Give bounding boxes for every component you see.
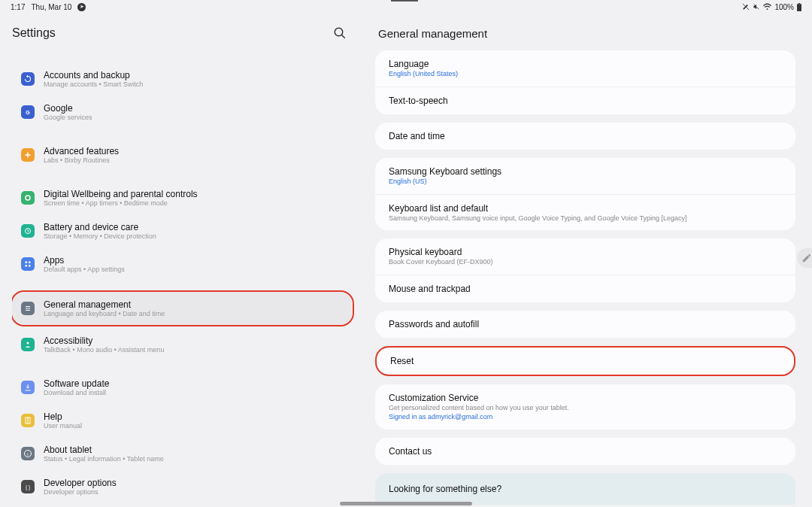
sidebar-item-label: Apps (44, 255, 125, 266)
detail-row-sub: English (US) (389, 178, 782, 186)
svg-text:{ }: { } (26, 484, 31, 490)
camera-notch-indicator (391, 0, 418, 2)
detail-row-title: Mouse and trackpad (389, 284, 782, 294)
battery-icon (797, 3, 801, 11)
sidebar-item-digital-wellbeing-and-parental-controls[interactable]: Digital Wellbeing and parental controlsS… (12, 181, 353, 214)
detail-row-title: Samsung Keyboard settings (389, 166, 782, 177)
detail-row-title: Customization Service (389, 393, 782, 403)
status-bar: 1:17 Thu, Mar 10 ➤ 100% (0, 0, 812, 14)
info-icon: i (21, 447, 35, 460)
svg-rect-3 (797, 4, 801, 11)
looking-for-heading: Looking for something else? (389, 484, 782, 494)
detail-row-sub: Samsung Keyboard, Samsung voice input, G… (389, 214, 782, 223)
svg-text:G: G (26, 110, 30, 115)
detail-row-keyboard-list-and-default[interactable]: Keyboard list and defaultSamsung Keyboar… (375, 195, 795, 231)
book-icon (21, 414, 35, 427)
svg-rect-12 (29, 265, 31, 267)
sidebar-item-sub: TalkBack • Mono audio • Assistant menu (44, 346, 164, 354)
wifi-icon (763, 3, 771, 11)
sidebar-item-accounts-and-backup[interactable]: Accounts and backupManage accounts • Sma… (12, 62, 353, 96)
svg-rect-10 (29, 262, 31, 264)
sidebar-item-sub: Labs • Bixby Routines (44, 156, 119, 164)
detail-row-title: Passwords and autofill (389, 319, 782, 329)
svg-text:i: i (27, 452, 28, 457)
download-icon (21, 381, 35, 394)
divider (29, 57, 336, 58)
detail-row-title: Language (389, 59, 782, 69)
sidebar-item-battery-and-device-care[interactable]: Battery and device careStorage • Memory … (12, 214, 353, 247)
sidebar-item-sub: Manage accounts • Smart Switch (44, 80, 143, 88)
detail-row-samsung-keyboard-settings[interactable]: Samsung Keyboard settingsEnglish (US) (375, 158, 795, 195)
detail-row-physical-keyboard[interactable]: Physical keyboardBook Cover Keyboard (EF… (375, 238, 795, 275)
detail-row-passwords-and-autofill[interactable]: Passwords and autofill (375, 311, 795, 338)
edit-fab[interactable] (797, 248, 812, 268)
circle-icon (21, 191, 35, 205)
sidebar-item-label: Accounts and backup (44, 70, 143, 80)
detail-row-title: Text-to-speech (389, 96, 782, 106)
detail-row-sub: Get personalized content based on how yo… (389, 404, 782, 412)
sidebar-item-sub: Screen time • App timers • Bedtime mode (44, 199, 198, 207)
detail-row-date-and-time[interactable]: Date and time (375, 123, 795, 150)
grid-icon (21, 257, 35, 271)
sidebar-item-software-update[interactable]: Software updateDownload and install (12, 371, 353, 404)
divider (29, 176, 336, 177)
sidebar-item-label: Advanced features (44, 146, 119, 156)
sidebar-item-developer-options[interactable]: { }Developer optionsDeveloper options (12, 470, 353, 503)
sidebar-item-sub: Google services (44, 114, 92, 121)
status-date: Thu, Mar 10 (31, 3, 71, 11)
sidebar-item-label: Digital Wellbeing and parental controls (44, 189, 198, 199)
svg-point-7 (26, 196, 30, 200)
plus-icon (21, 148, 35, 162)
sidebar-item-sub: Download and install (44, 389, 109, 396)
sidebar-item-apps[interactable]: AppsDefault apps • App settings (12, 247, 353, 281)
list-icon (21, 302, 35, 315)
detail-row-customization-service[interactable]: Customization ServiceGet personalized co… (375, 384, 795, 430)
svg-rect-11 (26, 265, 28, 267)
sidebar-item-label: General management (44, 299, 165, 310)
svg-rect-9 (26, 262, 28, 264)
sidebar-item-google[interactable]: GGoogleGoogle services (12, 96, 353, 129)
detail-row-title: Physical keyboard (389, 247, 782, 257)
sidebar-item-label: Software update (44, 378, 109, 389)
divider (29, 133, 336, 134)
sidebar-item-help[interactable]: HelpUser manual (12, 404, 353, 437)
svg-rect-2 (798, 3, 800, 4)
detail-row-sub: English (United States) (389, 70, 782, 78)
sidebar-item-label: Developer options (44, 478, 117, 488)
sidebar-item-label: About tablet (44, 445, 164, 455)
battery-text: 100% (774, 3, 794, 11)
svg-line-5 (341, 35, 345, 38)
detail-row-title: Reset (390, 356, 780, 366)
telegram-notif-icon: ➤ (77, 3, 86, 11)
care-icon (21, 224, 35, 238)
detail-row-text-to-speech[interactable]: Text-to-speech (375, 87, 795, 114)
sidebar-item-sub: Default apps • App settings (44, 266, 125, 273)
svg-point-4 (335, 28, 343, 36)
pen-off-icon (742, 3, 750, 11)
detail-row-contact-us[interactable]: Contact us (375, 438, 795, 465)
search-icon[interactable] (333, 26, 347, 40)
sidebar-item-sub: Status • Legal information • Tablet name (44, 455, 164, 463)
status-time: 1:17 (11, 3, 25, 11)
braces-icon: { } (21, 480, 35, 493)
detail-row-sub2: Signed in as admyrick@gmail.com (389, 413, 782, 421)
detail-row-title: Date and time (389, 131, 782, 141)
sidebar-item-label: Help (44, 411, 82, 422)
sidebar-item-accessibility[interactable]: AccessibilityTalkBack • Mono audio • Ass… (12, 328, 353, 361)
sidebar-item-advanced-features[interactable]: Advanced featuresLabs • Bixby Routines (12, 138, 353, 172)
nav-handle[interactable] (340, 502, 472, 505)
person-icon (21, 338, 35, 351)
detail-row-mouse-and-trackpad[interactable]: Mouse and trackpad (375, 275, 795, 302)
sidebar-item-sub: Language and keyboard • Date and time (44, 310, 165, 317)
sidebar-item-general-management[interactable]: General managementLanguage and keyboard … (12, 292, 353, 325)
divider (29, 366, 336, 366)
mute-icon (753, 3, 760, 11)
google-icon: G (21, 105, 35, 119)
sync-icon (21, 72, 35, 86)
detail-title: General management (375, 14, 798, 50)
sidebar-item-label: Google (44, 103, 92, 114)
detail-row-language[interactable]: LanguageEnglish (United States) (375, 50, 795, 87)
svg-point-13 (27, 342, 29, 345)
sidebar-item-about-tablet[interactable]: iAbout tabletStatus • Legal information … (12, 437, 353, 470)
detail-row-reset[interactable]: Reset (377, 348, 794, 375)
